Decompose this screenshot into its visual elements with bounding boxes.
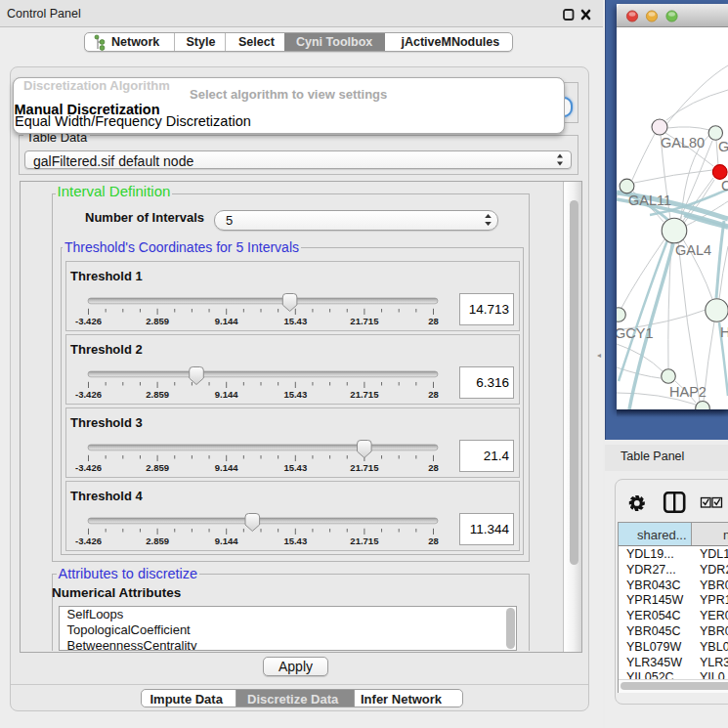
svg-text:2.859: 2.859 <box>146 316 169 326</box>
svg-text:21.715: 21.715 <box>350 389 379 400</box>
svg-text:9.144: 9.144 <box>215 462 238 473</box>
svg-text:-3.426: -3.426 <box>75 535 102 546</box>
svg-text:28: 28 <box>428 462 439 473</box>
svg-text:28: 28 <box>428 535 439 546</box>
svg-text:9.144: 9.144 <box>215 316 238 326</box>
svg-text:21.715: 21.715 <box>350 316 379 326</box>
svg-text:-3.426: -3.426 <box>75 462 102 473</box>
svg-text:GAL80: GAL80 <box>661 135 705 150</box>
svg-text:GCY1: GCY1 <box>617 325 654 341</box>
svg-text:21.715: 21.715 <box>350 535 379 546</box>
svg-text:15.43: 15.43 <box>283 535 307 546</box>
svg-text:15.43: 15.43 <box>283 462 307 473</box>
svg-text:2.859: 2.859 <box>146 535 169 546</box>
svg-text:28: 28 <box>428 316 439 326</box>
svg-text:-3.426: -3.426 <box>75 316 102 326</box>
svg-text:HAP2: HAP2 <box>669 384 707 400</box>
svg-text:28: 28 <box>428 389 439 400</box>
svg-text:-3.426: -3.426 <box>75 389 102 400</box>
svg-text:HA: HA <box>720 324 728 340</box>
svg-text:15.43: 15.43 <box>283 316 307 326</box>
svg-text:2.859: 2.859 <box>146 462 169 473</box>
svg-text:GAL4: GAL4 <box>675 242 711 258</box>
svg-text:CD: CD <box>721 178 728 193</box>
svg-text:GAL11: GAL11 <box>628 193 671 208</box>
svg-text:9.144: 9.144 <box>215 535 238 546</box>
svg-text:21.715: 21.715 <box>350 462 379 473</box>
svg-text:9.144: 9.144 <box>215 389 238 400</box>
svg-text:2.859: 2.859 <box>146 389 169 400</box>
svg-text:GA: GA <box>718 139 728 154</box>
svg-text:15.43: 15.43 <box>283 389 307 400</box>
